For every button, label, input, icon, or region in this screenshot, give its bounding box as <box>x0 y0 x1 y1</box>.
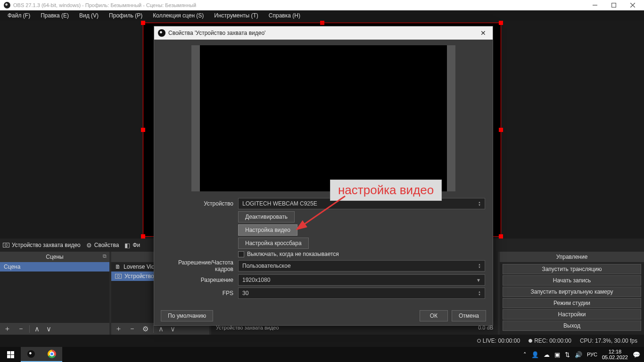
resolution-select[interactable]: 1920x1080▼ <box>238 274 485 286</box>
chevron-updown-icon: ▲▼ <box>478 263 481 269</box>
tray-battery-icon[interactable]: ▣ <box>554 351 560 358</box>
camera-icon <box>3 243 9 247</box>
fps-select[interactable]: 30▲▼ <box>238 288 485 299</box>
dialog-preview <box>154 40 493 195</box>
obs-logo-icon <box>158 29 165 37</box>
window-titlebar: OBS 27.1.3 (64-bit, windows) - Профиль: … <box>0 0 644 10</box>
tray-notifications-icon[interactable]: 💬 <box>633 351 640 358</box>
defaults-button[interactable]: По умолчанию <box>161 310 213 321</box>
tray-volume-icon[interactable]: 🔊 <box>575 351 582 358</box>
dialog-close-button[interactable]: ✕ <box>478 28 489 38</box>
scene-up-button[interactable]: ∧ <box>33 325 41 333</box>
taskbar: ˄ 👤 ☁ ▣ ⇅ 🔊 РУС 12:1805.02.2022 💬 <box>0 347 644 362</box>
menu-tools[interactable]: Инструменты (T) <box>209 11 263 20</box>
deactivate-button[interactable]: Деактивировать <box>238 211 295 222</box>
remove-scene-button[interactable]: － <box>16 324 26 333</box>
scene-item[interactable]: Сцена <box>0 262 109 272</box>
annotation-arrow <box>296 194 348 234</box>
studio-mode-button[interactable]: Режим студии <box>503 298 641 308</box>
scenes-dock: Сцены ⧉ Сцена ＋ － ∧ ∨ <box>0 252 109 335</box>
add-scene-button[interactable]: ＋ <box>2 324 13 333</box>
dialog-titlebar[interactable]: Свойства 'Устройство захвата видео' ✕ <box>154 26 493 40</box>
resfps-select[interactable]: Пользовательское▲▼ <box>238 260 485 272</box>
tray-onedrive-icon[interactable]: ☁ <box>544 351 550 358</box>
add-source-button[interactable]: ＋ <box>113 324 124 333</box>
controls-header: Управление <box>500 252 644 262</box>
start-record-button[interactable]: Начать запись <box>503 275 641 286</box>
popout-icon[interactable]: ⧉ <box>103 253 107 259</box>
svg-rect-1 <box>612 3 616 8</box>
source-up-button[interactable]: ∧ <box>157 325 165 333</box>
page-icon: 🗎 <box>115 263 121 270</box>
tray-chevron-icon[interactable]: ˄ <box>523 351 527 358</box>
start-vcam-button[interactable]: Запустить виртуальную камеру <box>503 287 641 297</box>
gear-icon: ⚙ <box>86 242 92 249</box>
source-toolbar-filters[interactable]: ◧ Фи <box>124 242 140 249</box>
video-settings-button[interactable]: Настройка видео <box>238 224 297 236</box>
ok-button[interactable]: ОК <box>420 310 448 321</box>
properties-dialog: Свойства 'Устройство захвата видео' ✕ Ус… <box>154 26 493 326</box>
chevron-updown-icon: ▲▼ <box>478 290 481 296</box>
scenes-header: Сцены ⧉ <box>0 252 109 262</box>
taskbar-chrome[interactable] <box>41 347 62 362</box>
fps-label: FPS <box>162 290 238 296</box>
broadcast-icon <box>477 339 481 343</box>
minimize-button[interactable] <box>586 0 604 10</box>
status-rec: REC: 00:00:00 <box>528 337 571 344</box>
status-bar: LIVE: 00:00:00 REC: 00:00:00 CPU: 17.3%,… <box>0 335 644 347</box>
menu-file[interactable]: Файл (F) <box>3 11 35 20</box>
source-toolbar-current: Устройство захвата видео <box>3 242 81 248</box>
source-down-button[interactable]: ∨ <box>168 325 177 333</box>
start-button[interactable] <box>0 347 21 362</box>
svg-line-4 <box>303 196 345 225</box>
scene-down-button[interactable]: ∨ <box>44 325 53 333</box>
obs-logo-icon <box>4 2 10 8</box>
menu-edit[interactable]: Правка (E) <box>36 11 74 20</box>
filters-icon: ◧ <box>124 242 130 249</box>
exit-button[interactable]: Выход <box>503 321 641 331</box>
menu-help[interactable]: Справка (H) <box>264 11 305 20</box>
menu-bar: Файл (F) Правка (E) Вид (V) Профиль (P) … <box>0 10 644 21</box>
shutdown-checkbox[interactable]: Выключать, когда не показывается <box>238 251 485 257</box>
close-button[interactable] <box>623 0 642 10</box>
chevron-down-icon: ▼ <box>476 278 481 283</box>
scenes-footer: ＋ － ∧ ∨ <box>0 322 109 335</box>
record-icon <box>528 339 532 343</box>
settings-button[interactable]: Настройки <box>503 309 641 320</box>
resfps-label: Разрешение/Частота кадров <box>162 259 238 272</box>
start-stream-button[interactable]: Запустить трансляцию <box>503 264 641 274</box>
menu-view[interactable]: Вид (V) <box>74 11 103 20</box>
source-properties-button[interactable]: ⚙ <box>140 325 150 333</box>
resolution-label: Разрешение <box>162 277 238 283</box>
chevron-updown-icon: ▲▼ <box>478 201 481 206</box>
device-label: Устройство <box>162 200 238 207</box>
dialog-title: Свойства 'Устройство захвата видео' <box>168 30 265 36</box>
taskbar-obs[interactable] <box>21 347 41 362</box>
crossbar-settings-button[interactable]: Настройка кроссбара <box>238 238 309 249</box>
menu-scene-collection[interactable]: Коллекция сцен (S) <box>148 11 208 20</box>
maximize-button[interactable] <box>604 0 623 10</box>
cancel-button[interactable]: Отмена <box>452 310 486 321</box>
tray-people-icon[interactable]: 👤 <box>531 351 539 358</box>
remove-source-button[interactable]: － <box>127 324 138 333</box>
camera-icon <box>115 274 122 279</box>
tray-wifi-icon[interactable]: ⇅ <box>565 351 570 358</box>
menu-profile[interactable]: Профиль (P) <box>104 11 147 20</box>
status-live: LIVE: 00:00:00 <box>477 337 520 344</box>
status-cpu: CPU: 17.3%, 30.00 fps <box>580 337 637 344</box>
controls-dock: Управление Запустить трансляцию Начать з… <box>500 252 644 335</box>
source-toolbar-properties[interactable]: ⚙ Свойства <box>86 242 119 249</box>
window-title: OBS 27.1.3 (64-bit, windows) - Профиль: … <box>13 2 196 8</box>
tray-clock[interactable]: 12:1805.02.2022 <box>602 349 628 360</box>
tray-language[interactable]: РУС <box>587 352 597 357</box>
